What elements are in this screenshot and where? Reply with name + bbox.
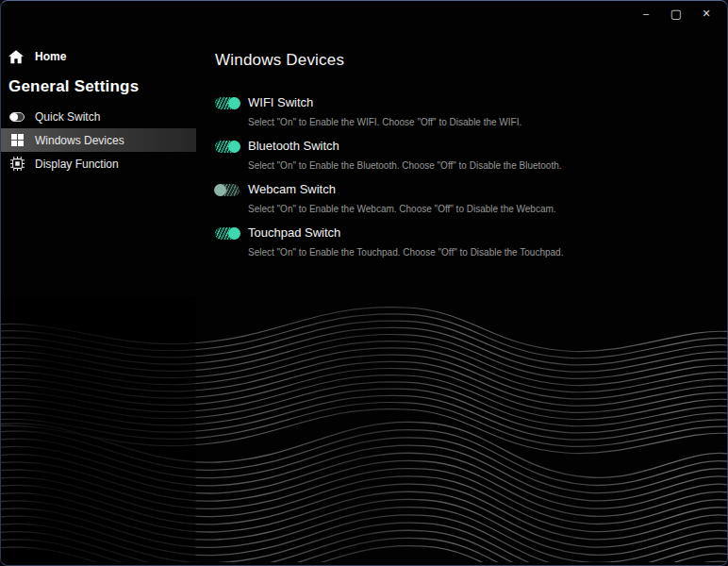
switch-description: Select "On" to Enable the Webcam. Choose…: [248, 204, 556, 214]
switch-description: Select "On" to Enable the Touchpad. Choo…: [248, 247, 563, 258]
wifi-switch-row: WIFI Switch Select "On" to Enable the WI…: [215, 95, 727, 127]
bluetooth-switch-row: Bluetooth Switch Select "On" to Enable t…: [215, 139, 727, 171]
switch-label: WIFI Switch: [248, 95, 521, 109]
touchpad-switch-row: Touchpad Switch Select "On" to Enable th…: [215, 225, 727, 258]
toggle-knob: [228, 227, 240, 240]
toggle-knob: [214, 184, 226, 196]
sidebar-section-title: General Settings: [1, 68, 196, 105]
switch-description: Select "On" to Enable the Bluetooth. Cho…: [248, 160, 562, 171]
sidebar-item-quick-switch[interactable]: Quick Switch: [1, 105, 196, 128]
switch-label: Webcam Switch: [248, 182, 556, 196]
switch-label: Bluetooth Switch: [248, 139, 562, 153]
bluetooth-toggle[interactable]: [215, 141, 240, 153]
titlebar: – ▢ ✕: [1, 1, 727, 27]
toggle-knob: [228, 141, 240, 153]
chip-icon: [9, 157, 25, 171]
touchpad-toggle[interactable]: [215, 227, 240, 240]
home-label: Home: [35, 50, 66, 63]
maximize-button[interactable]: ▢: [661, 4, 691, 23]
main-content: Windows Devices WIFI Switch Select "On" …: [196, 27, 727, 269]
sidebar-item-label: Display Function: [35, 158, 119, 171]
switch-text: Touchpad Switch Select "On" to Enable th…: [248, 225, 563, 258]
close-button[interactable]: ✕: [691, 4, 721, 23]
app-window: – ▢ ✕ Home General Settings Quick Switch: [0, 0, 728, 566]
sidebar-item-home[interactable]: Home: [1, 45, 196, 68]
sidebar-item-label: Windows Devices: [35, 134, 124, 147]
sidebar-item-label: Quick Switch: [35, 110, 100, 124]
switch-description: Select "On" to Enable the WIFI. Choose "…: [248, 117, 521, 127]
webcam-toggle[interactable]: [215, 184, 240, 196]
switch-text: WIFI Switch Select "On" to Enable the WI…: [248, 95, 521, 127]
switch-text: Webcam Switch Select "On" to Enable the …: [248, 182, 556, 214]
minimize-button[interactable]: –: [631, 4, 661, 23]
home-icon: [8, 49, 24, 65]
windows-grid-icon: [9, 134, 25, 146]
wave-pattern-background: [1, 296, 727, 562]
window-body: Home General Settings Quick Switch Windo…: [1, 27, 727, 269]
wifi-toggle[interactable]: [215, 97, 240, 109]
switch-label: Touchpad Switch: [248, 225, 563, 240]
toggle-knob: [228, 97, 240, 109]
toggle-icon: [9, 112, 25, 122]
webcam-switch-row: Webcam Switch Select "On" to Enable the …: [215, 182, 727, 214]
sidebar-item-windows-devices[interactable]: Windows Devices: [1, 128, 196, 152]
sidebar-item-display-function[interactable]: Display Function: [1, 152, 196, 175]
page-title: Windows Devices: [215, 51, 727, 70]
sidebar: Home General Settings Quick Switch Windo…: [1, 27, 196, 269]
switch-text: Bluetooth Switch Select "On" to Enable t…: [248, 139, 562, 171]
